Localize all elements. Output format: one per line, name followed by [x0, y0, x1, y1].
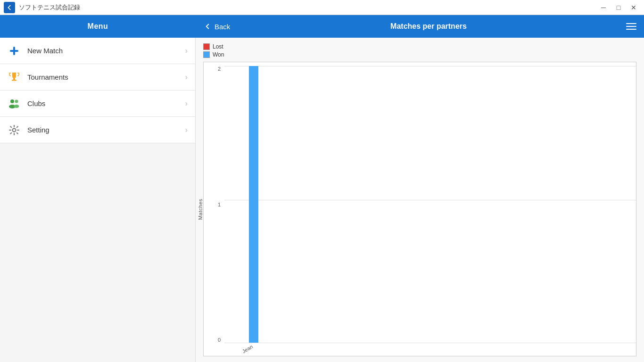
sidebar-item-new-match-label: New Match — [27, 47, 179, 55]
title-bar: ソフトテニス試合記録 ─ □ ✕ — [0, 0, 644, 15]
chevron-right-icon: › — [185, 73, 188, 82]
svg-point-4 — [10, 99, 14, 103]
title-bar-controls: ─ □ ✕ — [597, 2, 640, 13]
people-icon — [8, 97, 21, 110]
bar-group-jean — [239, 66, 258, 343]
plus-icon — [8, 44, 21, 58]
sidebar: New Match › Tournaments › — [0, 38, 196, 362]
page-title: Matches per partners — [236, 22, 621, 31]
chart-inner: Jean — [224, 62, 636, 356]
sidebar-item-tournaments[interactable]: Tournaments › — [0, 64, 195, 90]
trophy-icon — [8, 71, 21, 84]
grid-line-0 — [224, 343, 636, 343]
sidebar-item-tournaments-label: Tournaments — [27, 73, 179, 81]
back-label: Back — [215, 23, 230, 31]
restore-button[interactable]: □ — [612, 2, 625, 13]
won-swatch — [203, 51, 210, 58]
svg-rect-3 — [12, 80, 17, 81]
legend-item-lost: Lost — [203, 43, 636, 50]
sidebar-item-setting[interactable]: Setting › — [0, 117, 195, 143]
svg-point-8 — [13, 128, 16, 132]
y-tick-0: 0 — [218, 337, 221, 343]
svg-point-5 — [15, 99, 18, 103]
bar-jean-won — [249, 66, 258, 343]
y-axis: Matches 2 1 0 — [204, 62, 224, 356]
svg-point-7 — [14, 105, 19, 108]
y-tick-1: 1 — [218, 202, 221, 207]
chart-container: Matches 2 1 0 — [203, 62, 636, 356]
back-button[interactable]: Back — [196, 15, 238, 38]
grid-line-1 — [224, 200, 636, 200]
legend-item-won: Won — [203, 51, 636, 58]
top-nav: Menu Back Matches per partners — [0, 15, 644, 38]
close-button[interactable]: ✕ — [627, 2, 640, 13]
sidebar-item-clubs-label: Clubs — [27, 99, 179, 107]
chevron-right-icon: › — [185, 47, 188, 55]
legend-won-label: Won — [213, 51, 224, 58]
chevron-right-icon: › — [185, 126, 188, 134]
title-bar-title: ソフトテニス試合記録 — [19, 3, 80, 12]
svg-rect-2 — [13, 78, 15, 80]
chart-area: Lost Won Matches 2 1 0 — [196, 38, 644, 362]
title-bar-back-button[interactable] — [4, 2, 15, 13]
sidebar-item-clubs[interactable]: Clubs › — [0, 90, 195, 117]
sidebar-item-new-match[interactable]: New Match › — [0, 38, 195, 64]
app-body: Menu Back Matches per partners New Match… — [0, 15, 644, 362]
sidebar-item-setting-label: Setting — [27, 126, 179, 134]
lost-swatch — [203, 43, 210, 50]
x-label-jean: Jean — [241, 344, 254, 354]
minimize-button[interactable]: ─ — [597, 2, 610, 13]
chevron-right-icon: › — [185, 99, 188, 108]
legend-lost-label: Lost — [213, 43, 223, 50]
grid-line-2 — [224, 66, 636, 66]
hamburger-menu-button[interactable] — [622, 19, 640, 33]
sidebar-empty-space — [0, 143, 195, 362]
y-tick-2: 2 — [218, 66, 221, 72]
main-content: New Match › Tournaments › — [0, 38, 644, 362]
y-axis-label: Matches — [198, 198, 203, 220]
menu-label: Menu — [0, 22, 196, 31]
gear-icon — [8, 123, 21, 137]
chart-legend: Lost Won — [203, 43, 636, 58]
svg-rect-1 — [10, 50, 18, 52]
